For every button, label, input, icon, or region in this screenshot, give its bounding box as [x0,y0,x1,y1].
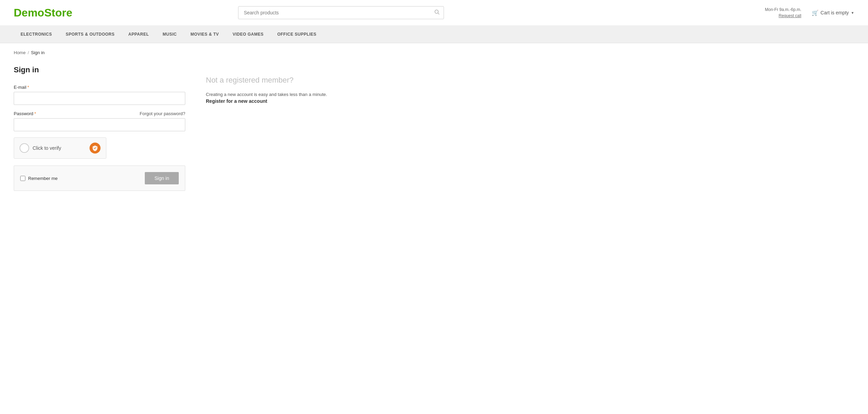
register-title: Not a registered member? [206,76,854,85]
password-label: Password* [14,111,36,116]
cart-icon: 🛒 [812,10,819,16]
email-label: E-mail* [14,85,185,90]
captcha-circle [20,143,29,153]
site-header: DemoStore Mon-Fr 9a.m.-6p.m. Request cal… [0,0,868,26]
logo-part2: Store [44,7,72,19]
store-hours: Mon-Fr 9a.m.-6p.m. [765,7,801,12]
search-wrapper [238,6,444,19]
remember-me-checkbox[interactable] [20,176,25,181]
email-required-star: * [27,85,29,90]
forgot-password-link[interactable]: Forgot your password? [140,111,185,116]
nav-item-videogames[interactable]: VIDEO GAMES [226,26,270,43]
signin-section: Sign in E-mail* Password* Forgot your pa… [14,65,185,191]
cart-area[interactable]: 🛒 Cart is empty ▼ [812,10,854,16]
nav-item-movies[interactable]: MOVIES & TV [184,26,226,43]
nav-item-office[interactable]: OFFICE SUPPLIES [270,26,323,43]
password-required-star: * [34,111,36,116]
register-description: Creating a new account is easy and takes… [206,91,854,98]
register-section: Not a registered member? Creating a new … [206,65,854,191]
email-field[interactable] [14,92,185,105]
nav-bar: ELECTRONICS SPORTS & OUTDOORS APPAREL MU… [0,26,868,43]
search-input[interactable] [238,6,444,19]
nav-item-music[interactable]: MUSIC [156,26,184,43]
logo-part1: Demo [14,7,44,19]
nav-item-sports[interactable]: SPORTS & OUTDOORS [59,26,122,43]
cart-label: Cart is empty [821,10,849,15]
bottom-row: Remember me Sign in [14,166,185,191]
site-logo[interactable]: DemoStore [14,7,72,19]
svg-line-1 [438,13,439,14]
cart-dropdown-icon: ▼ [851,11,854,15]
breadcrumb: Home / Sign in [0,43,868,59]
main-content: Sign in E-mail* Password* Forgot your pa… [0,59,868,211]
remember-me-text: Remember me [28,176,58,181]
email-group: E-mail* [14,85,185,105]
breadcrumb-separator: / [28,50,29,55]
password-group: Password* Forgot your password? [14,111,185,131]
captcha-box[interactable]: Click to verify [14,137,106,159]
captcha-logo-icon [90,143,101,154]
captcha-label: Click to verify [33,145,90,151]
search-icon [434,10,440,16]
password-field[interactable] [14,118,185,131]
signin-button[interactable]: Sign in [145,172,179,184]
nav-item-apparel[interactable]: APPAREL [121,26,156,43]
header-right: Mon-Fr 9a.m.-6p.m. Request call [765,7,801,18]
nav-item-electronics[interactable]: ELECTRONICS [14,26,59,43]
remember-me-label[interactable]: Remember me [20,176,58,181]
signin-title: Sign in [14,65,185,74]
register-link[interactable]: Register for a new account [206,98,854,104]
breadcrumb-home[interactable]: Home [14,50,26,55]
password-row: Password* Forgot your password? [14,111,185,116]
request-call[interactable]: Request call [779,13,801,18]
breadcrumb-current: Sign in [31,50,45,55]
